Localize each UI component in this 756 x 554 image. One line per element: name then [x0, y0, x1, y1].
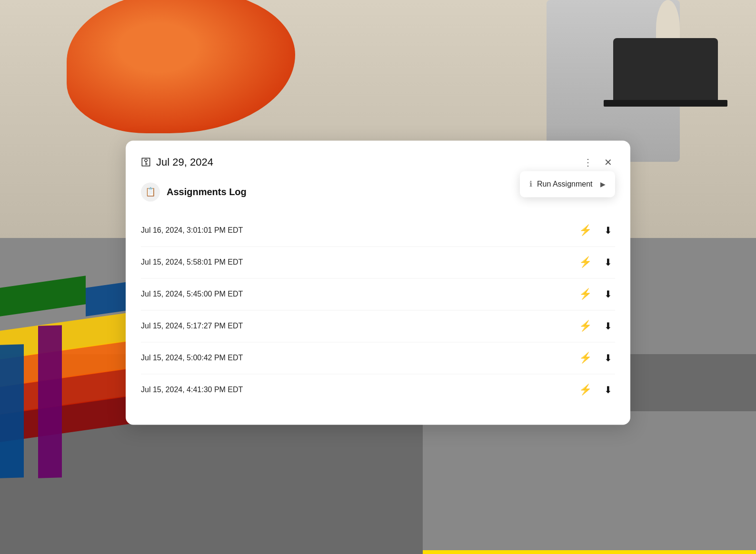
- log-item: Jul 16, 2024, 3:01:01 PM EDT ⚡ ⬇︎: [141, 215, 615, 247]
- log-item: Jul 15, 2024, 5:58:01 PM EDT ⚡ ⬇︎: [141, 247, 615, 278]
- bg-sidewalk: [423, 411, 756, 554]
- log-item: Jul 15, 2024, 5:00:42 PM EDT ⚡ ⬇︎: [141, 342, 615, 374]
- lightning-button[interactable]: ⚡: [576, 254, 595, 270]
- more-options-icon: ⋮: [583, 157, 593, 168]
- dialog-header: ⚿ Jul 29, 2024 ⋮ ✕: [141, 154, 615, 171]
- log-timestamp: Jul 15, 2024, 5:00:42 PM EDT: [141, 354, 243, 362]
- lightning-button[interactable]: ⚡: [576, 222, 595, 238]
- lightning-button[interactable]: ⚡: [576, 318, 595, 334]
- lightning-icon: ⚡: [579, 320, 592, 332]
- bg-laptop: [613, 38, 718, 105]
- run-assignment-label: Run Assignment: [537, 180, 593, 188]
- download-icon: ⬇︎: [604, 225, 612, 236]
- bg-laptop-base: [604, 100, 727, 107]
- log-actions: ⚡ ⬇︎: [576, 350, 615, 366]
- dialog-title: Jul 29, 2024: [156, 156, 213, 168]
- close-icon: ✕: [604, 157, 612, 168]
- log-item: Jul 15, 2024, 5:45:00 PM EDT ⚡ ⬇︎: [141, 278, 615, 310]
- assignments-log-icon: 📋: [145, 187, 156, 197]
- log-list: Jul 16, 2024, 3:01:01 PM EDT ⚡ ⬇︎ Jul 15…: [141, 215, 615, 406]
- download-icon: ⬇︎: [604, 257, 612, 268]
- download-button[interactable]: ⬇︎: [601, 350, 615, 366]
- lightning-icon: ⚡: [579, 384, 592, 396]
- log-actions: ⚡ ⬇︎: [576, 286, 615, 302]
- log-item: Jul 15, 2024, 4:41:30 PM EDT ⚡ ⬇︎: [141, 374, 615, 406]
- download-icon: ⬇︎: [604, 352, 612, 364]
- lightning-button[interactable]: ⚡: [576, 382, 595, 398]
- dialog-title-area: ⚿ Jul 29, 2024: [141, 156, 213, 168]
- more-options-button[interactable]: ⋮: [580, 154, 596, 171]
- bg-curb-line: [423, 550, 756, 554]
- download-button[interactable]: ⬇︎: [601, 287, 615, 302]
- section-icon-wrap: 📋: [141, 182, 160, 201]
- assignments-log-title: Assignments Log: [167, 187, 247, 198]
- close-button[interactable]: ✕: [601, 154, 615, 171]
- log-timestamp: Jul 15, 2024, 4:41:30 PM EDT: [141, 386, 243, 394]
- header-actions: ⋮ ✕: [580, 154, 615, 171]
- dialog: ⚿ Jul 29, 2024 ⋮ ✕ ℹ Run Assignment ▶: [126, 140, 630, 425]
- download-icon: ⬇︎: [604, 288, 612, 300]
- download-button[interactable]: ⬇︎: [601, 223, 615, 238]
- run-assignment-item[interactable]: ℹ Run Assignment ▶: [520, 174, 615, 194]
- download-icon: ⬇︎: [604, 384, 612, 396]
- run-assignment-menu: ℹ Run Assignment ▶: [520, 171, 615, 197]
- lightning-icon: ⚡: [579, 352, 592, 364]
- run-info-icon: ℹ: [529, 179, 532, 188]
- log-item: Jul 15, 2024, 5:17:27 PM EDT ⚡ ⬇︎: [141, 310, 615, 342]
- lightning-icon: ⚡: [579, 224, 592, 237]
- section-title-area: 📋 Assignments Log: [141, 182, 247, 201]
- lightning-icon: ⚡: [579, 256, 592, 268]
- log-actions: ⚡ ⬇︎: [576, 318, 615, 334]
- log-timestamp: Jul 16, 2024, 3:01:01 PM EDT: [141, 226, 243, 235]
- log-actions: ⚡ ⬇︎: [576, 222, 615, 238]
- download-button[interactable]: ⬇︎: [601, 255, 615, 270]
- log-actions: ⚡ ⬇︎: [576, 382, 615, 398]
- download-button[interactable]: ⬇︎: [601, 382, 615, 397]
- chip-icon: ⚿: [141, 156, 151, 168]
- lightning-button[interactable]: ⚡: [576, 350, 595, 366]
- log-timestamp: Jul 15, 2024, 5:45:00 PM EDT: [141, 290, 243, 298]
- log-timestamp: Jul 15, 2024, 5:17:27 PM EDT: [141, 322, 243, 330]
- log-actions: ⚡ ⬇︎: [576, 254, 615, 270]
- dialog-wrapper: ⚿ Jul 29, 2024 ⋮ ✕ ℹ Run Assignment ▶: [126, 140, 630, 425]
- lightning-button[interactable]: ⚡: [576, 286, 595, 302]
- assignments-log-section: 📋 Assignments Log ∧ Jul 16, 2024, 3:01:0…: [141, 182, 615, 406]
- log-timestamp: Jul 15, 2024, 5:58:01 PM EDT: [141, 258, 243, 267]
- download-button[interactable]: ⬇︎: [601, 318, 615, 334]
- lightning-icon: ⚡: [579, 288, 592, 300]
- download-icon: ⬇︎: [604, 320, 612, 332]
- run-arrow-icon: ▶: [600, 180, 606, 188]
